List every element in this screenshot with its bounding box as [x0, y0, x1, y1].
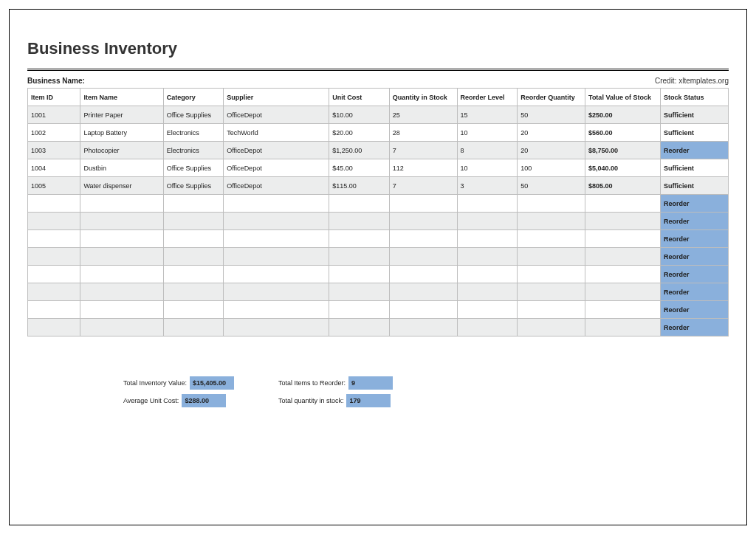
- table-row: Reorder: [28, 319, 729, 336]
- cell-reqty: 20: [518, 124, 585, 142]
- cell-name: Water dispenser: [80, 177, 163, 195]
- cell-status: Reorder: [661, 301, 729, 319]
- cell-id: 1002: [28, 124, 80, 142]
- cell-cost: [329, 301, 390, 319]
- cell-qty: 28: [389, 124, 457, 142]
- cell-qty: [389, 283, 457, 301]
- cell-reord: 10: [457, 159, 518, 177]
- cell-name: Laptop Battery: [80, 124, 163, 142]
- cell-reord: 10: [457, 124, 518, 142]
- summary-block: Total Inventory Value: $15,405.00 Averag…: [27, 376, 729, 407]
- cell-status: Reorder: [661, 248, 729, 266]
- cell-id: 1005: [28, 177, 80, 195]
- table-row: 1003PhotocopierElectronicsOfficeDepot$1,…: [28, 142, 729, 159]
- column-header: Reorder Quantity: [518, 89, 585, 106]
- cell-sup: OfficeDepot: [224, 159, 329, 177]
- cell-qty: 7: [389, 177, 457, 195]
- summary-value: 179: [346, 394, 391, 407]
- cell-qty: 25: [389, 106, 457, 124]
- table-row: Reorder: [28, 248, 729, 266]
- cell-reqty: 50: [518, 106, 585, 124]
- cell-reqty: [518, 195, 585, 213]
- cell-cat: [163, 319, 224, 336]
- cell-qty: [389, 213, 457, 230]
- cell-status: Reorder: [661, 319, 729, 336]
- page-title: Business Inventory: [27, 39, 729, 58]
- cell-qty: [389, 230, 457, 248]
- cell-tot: [585, 195, 661, 213]
- cell-cat: [163, 230, 224, 248]
- column-header: Unit Cost: [329, 89, 390, 106]
- cell-reord: [457, 230, 518, 248]
- cell-id: [28, 266, 80, 283]
- cell-cat: [163, 266, 224, 283]
- cell-cat: [163, 283, 224, 301]
- table-row: Reorder: [28, 195, 729, 213]
- cell-name: [80, 195, 163, 213]
- table-row: 1005Water dispenserOffice SuppliesOffice…: [28, 177, 729, 195]
- cell-cost: [329, 283, 390, 301]
- summary-label: Total quantity in stock:: [278, 397, 347, 404]
- summary-value: $15,405.00: [190, 376, 234, 390]
- cell-qty: [389, 301, 457, 319]
- cell-name: [80, 230, 163, 248]
- cell-cost: [329, 195, 390, 213]
- column-header: Stock Status: [661, 89, 729, 106]
- cell-status: Sufficient: [661, 159, 729, 177]
- cell-tot: [585, 248, 661, 266]
- title-rule: [27, 69, 729, 71]
- cell-id: 1001: [28, 106, 80, 124]
- summary-row-items-reorder: Total Items to Reorder: 9: [278, 376, 393, 390]
- cell-name: Photocopier: [80, 142, 163, 159]
- cell-name: [80, 319, 163, 336]
- cell-sup: [224, 283, 329, 301]
- cell-reord: 15: [457, 106, 518, 124]
- cell-name: [80, 301, 163, 319]
- cell-sup: [224, 266, 329, 283]
- cell-reqty: [518, 213, 585, 230]
- cell-tot: [585, 319, 661, 336]
- header-bar: Business Name: Credit: xltemplates.org: [27, 77, 729, 85]
- cell-tot: [585, 283, 661, 301]
- cell-status: Reorder: [661, 283, 729, 301]
- cell-tot: $805.00: [585, 177, 661, 195]
- column-header: Quantity in Stock: [389, 89, 457, 106]
- column-header: Reorder Level: [457, 89, 518, 106]
- cell-tot: $250.00: [585, 106, 661, 124]
- cell-cat: [163, 195, 224, 213]
- cell-name: [80, 213, 163, 230]
- cell-reord: 8: [457, 142, 518, 159]
- column-header: Supplier: [224, 89, 329, 106]
- table-row: 1002Laptop BatteryElectronicsTechWorld$2…: [28, 124, 729, 142]
- table-row: 1001Printer PaperOffice SuppliesOfficeDe…: [28, 106, 729, 124]
- cell-sup: [224, 230, 329, 248]
- cell-reqty: 100: [518, 159, 585, 177]
- cell-sup: TechWorld: [224, 124, 329, 142]
- cell-qty: [389, 195, 457, 213]
- summary-row-qty-stock: Total quantity in stock: 179: [278, 394, 393, 407]
- column-header: Item Name: [80, 89, 163, 106]
- cell-cat: [163, 301, 224, 319]
- summary-row-avg-cost: Average Unit Cost: $288.00: [123, 394, 234, 407]
- cell-cat: [163, 213, 224, 230]
- table-row: Reorder: [28, 266, 729, 283]
- cell-status: Sufficient: [661, 106, 729, 124]
- cell-tot: $5,040.00: [585, 159, 661, 177]
- table-header-row: Item IDItem NameCategorySupplierUnit Cos…: [28, 89, 729, 106]
- cell-status: Reorder: [661, 142, 729, 159]
- cell-sup: OfficeDepot: [224, 177, 329, 195]
- table-row: Reorder: [28, 230, 729, 248]
- table-row: Reorder: [28, 301, 729, 319]
- summary-label: Total Inventory Value:: [123, 379, 190, 387]
- cell-id: [28, 195, 80, 213]
- cell-reqty: 20: [518, 142, 585, 159]
- summary-row-total-value: Total Inventory Value: $15,405.00: [123, 376, 234, 390]
- cell-cat: Office Supplies: [163, 106, 224, 124]
- cell-id: [28, 301, 80, 319]
- summary-value: $288.00: [182, 394, 226, 407]
- column-header: Category: [163, 89, 224, 106]
- cell-cost: $10.00: [329, 106, 390, 124]
- cell-id: [28, 248, 80, 266]
- cell-reord: [457, 283, 518, 301]
- cell-name: [80, 248, 163, 266]
